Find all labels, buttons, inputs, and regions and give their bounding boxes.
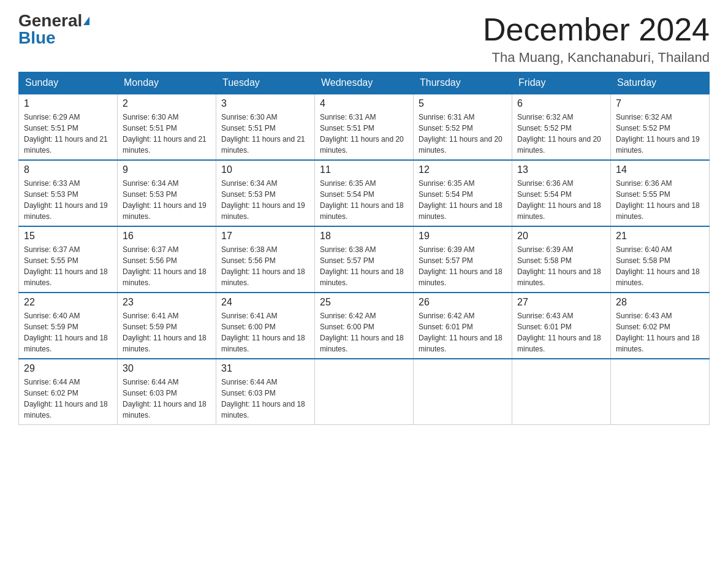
location-subtitle: Tha Muang, Kanchanaburi, Thailand: [483, 50, 710, 66]
day-number: 11: [320, 164, 408, 175]
day-number: 14: [616, 164, 704, 175]
calendar-day-header: Friday: [512, 72, 611, 94]
calendar-day-cell: 26 Sunrise: 6:42 AM Sunset: 6:01 PM Dayl…: [414, 293, 512, 359]
logo: General Blue: [18, 12, 89, 47]
day-number: 16: [123, 231, 211, 242]
calendar-day-cell: 21 Sunrise: 6:40 AM Sunset: 5:58 PM Dayl…: [611, 226, 710, 293]
calendar-day-cell: 23 Sunrise: 6:41 AM Sunset: 5:59 PM Dayl…: [118, 293, 216, 359]
calendar-day-cell: 29 Sunrise: 6:44 AM Sunset: 6:02 PM Dayl…: [19, 359, 118, 425]
calendar-day-cell: 14 Sunrise: 6:36 AM Sunset: 5:55 PM Dayl…: [611, 160, 710, 226]
day-info: Sunrise: 6:30 AM Sunset: 5:51 PM Dayligh…: [221, 112, 309, 156]
calendar-day-cell: 1 Sunrise: 6:29 AM Sunset: 5:51 PM Dayli…: [19, 94, 118, 160]
calendar-day-cell: 30 Sunrise: 6:44 AM Sunset: 6:03 PM Dayl…: [118, 359, 216, 425]
calendar-day-cell: 2 Sunrise: 6:30 AM Sunset: 5:51 PM Dayli…: [118, 94, 216, 160]
calendar-day-cell: 27 Sunrise: 6:43 AM Sunset: 6:01 PM Dayl…: [512, 293, 611, 359]
day-number: 23: [123, 297, 211, 308]
day-number: 19: [419, 231, 507, 242]
day-number: 13: [517, 164, 605, 175]
day-info: Sunrise: 6:32 AM Sunset: 5:52 PM Dayligh…: [616, 112, 704, 156]
day-info: Sunrise: 6:36 AM Sunset: 5:54 PM Dayligh…: [517, 178, 605, 222]
logo-triangle-icon: [83, 17, 89, 25]
calendar-week-row: 1 Sunrise: 6:29 AM Sunset: 5:51 PM Dayli…: [19, 94, 710, 160]
calendar-day-cell: [315, 359, 414, 425]
calendar-day-cell: 10 Sunrise: 6:34 AM Sunset: 5:53 PM Dayl…: [216, 160, 315, 226]
day-number: 31: [221, 363, 309, 374]
calendar-day-cell: 24 Sunrise: 6:41 AM Sunset: 6:00 PM Dayl…: [216, 293, 315, 359]
day-info: Sunrise: 6:37 AM Sunset: 5:56 PM Dayligh…: [123, 244, 211, 288]
day-info: Sunrise: 6:39 AM Sunset: 5:57 PM Dayligh…: [419, 244, 507, 288]
day-info: Sunrise: 6:40 AM Sunset: 5:58 PM Dayligh…: [616, 244, 704, 288]
calendar-day-cell: 7 Sunrise: 6:32 AM Sunset: 5:52 PM Dayli…: [611, 94, 710, 160]
logo-general-text: General: [18, 12, 82, 29]
day-number: 22: [24, 297, 112, 308]
calendar-day-cell: 13 Sunrise: 6:36 AM Sunset: 5:54 PM Dayl…: [512, 160, 611, 226]
day-info: Sunrise: 6:38 AM Sunset: 5:56 PM Dayligh…: [221, 244, 309, 288]
day-info: Sunrise: 6:35 AM Sunset: 5:54 PM Dayligh…: [320, 178, 408, 222]
day-info: Sunrise: 6:30 AM Sunset: 5:51 PM Dayligh…: [123, 112, 211, 156]
calendar-day-cell: 6 Sunrise: 6:32 AM Sunset: 5:52 PM Dayli…: [512, 94, 611, 160]
calendar-day-cell: 31 Sunrise: 6:44 AM Sunset: 6:03 PM Dayl…: [216, 359, 315, 425]
day-number: 24: [221, 297, 309, 308]
calendar-table: SundayMondayTuesdayWednesdayThursdayFrid…: [18, 72, 710, 425]
day-info: Sunrise: 6:31 AM Sunset: 5:52 PM Dayligh…: [419, 112, 507, 156]
day-info: Sunrise: 6:36 AM Sunset: 5:55 PM Dayligh…: [616, 178, 704, 222]
calendar-day-cell: 16 Sunrise: 6:37 AM Sunset: 5:56 PM Dayl…: [118, 226, 216, 293]
calendar-day-cell: 25 Sunrise: 6:42 AM Sunset: 6:00 PM Dayl…: [315, 293, 414, 359]
day-number: 12: [419, 164, 507, 175]
calendar-day-cell: 17 Sunrise: 6:38 AM Sunset: 5:56 PM Dayl…: [216, 226, 315, 293]
calendar-week-row: 8 Sunrise: 6:33 AM Sunset: 5:53 PM Dayli…: [19, 160, 710, 226]
day-info: Sunrise: 6:43 AM Sunset: 6:02 PM Dayligh…: [616, 310, 704, 354]
calendar-day-cell: 5 Sunrise: 6:31 AM Sunset: 5:52 PM Dayli…: [414, 94, 512, 160]
day-info: Sunrise: 6:35 AM Sunset: 5:54 PM Dayligh…: [419, 178, 507, 222]
day-number: 27: [517, 297, 605, 308]
title-section: December 2024 Tha Muang, Kanchanaburi, T…: [483, 12, 710, 66]
calendar-day-cell: 15 Sunrise: 6:37 AM Sunset: 5:55 PM Dayl…: [19, 226, 118, 293]
day-number: 18: [320, 231, 408, 242]
day-number: 6: [517, 98, 605, 109]
calendar-day-cell: 3 Sunrise: 6:30 AM Sunset: 5:51 PM Dayli…: [216, 94, 315, 160]
day-number: 21: [616, 231, 704, 242]
day-number: 1: [24, 98, 112, 109]
day-info: Sunrise: 6:39 AM Sunset: 5:58 PM Dayligh…: [517, 244, 605, 288]
day-number: 2: [123, 98, 211, 109]
day-info: Sunrise: 6:34 AM Sunset: 5:53 PM Dayligh…: [221, 178, 309, 222]
day-info: Sunrise: 6:31 AM Sunset: 5:51 PM Dayligh…: [320, 112, 408, 156]
day-number: 15: [24, 231, 112, 242]
logo-blue-text: Blue: [18, 29, 56, 47]
calendar-day-cell: 4 Sunrise: 6:31 AM Sunset: 5:51 PM Dayli…: [315, 94, 414, 160]
calendar-day-cell: [414, 359, 512, 425]
day-number: 4: [320, 98, 408, 109]
day-number: 17: [221, 231, 309, 242]
day-number: 29: [24, 363, 112, 374]
month-title: December 2024: [483, 12, 710, 47]
day-info: Sunrise: 6:33 AM Sunset: 5:53 PM Dayligh…: [24, 178, 112, 222]
day-number: 26: [419, 297, 507, 308]
calendar-day-cell: [611, 359, 710, 425]
day-info: Sunrise: 6:41 AM Sunset: 5:59 PM Dayligh…: [123, 310, 211, 354]
day-info: Sunrise: 6:29 AM Sunset: 5:51 PM Dayligh…: [24, 112, 112, 156]
calendar-day-cell: 9 Sunrise: 6:34 AM Sunset: 5:53 PM Dayli…: [118, 160, 216, 226]
calendar-day-cell: [512, 359, 611, 425]
calendar-day-cell: 20 Sunrise: 6:39 AM Sunset: 5:58 PM Dayl…: [512, 226, 611, 293]
calendar-day-header: Monday: [118, 72, 216, 94]
day-info: Sunrise: 6:42 AM Sunset: 6:00 PM Dayligh…: [320, 310, 408, 354]
day-info: Sunrise: 6:38 AM Sunset: 5:57 PM Dayligh…: [320, 244, 408, 288]
calendar-day-cell: 11 Sunrise: 6:35 AM Sunset: 5:54 PM Dayl…: [315, 160, 414, 226]
day-number: 7: [616, 98, 704, 109]
day-number: 20: [517, 231, 605, 242]
day-number: 8: [24, 164, 112, 175]
day-info: Sunrise: 6:40 AM Sunset: 5:59 PM Dayligh…: [24, 310, 112, 354]
calendar-day-cell: 8 Sunrise: 6:33 AM Sunset: 5:53 PM Dayli…: [19, 160, 118, 226]
day-number: 5: [419, 98, 507, 109]
calendar-day-cell: 22 Sunrise: 6:40 AM Sunset: 5:59 PM Dayl…: [19, 293, 118, 359]
calendar-day-header: Tuesday: [216, 72, 315, 94]
day-info: Sunrise: 6:42 AM Sunset: 6:01 PM Dayligh…: [419, 310, 507, 354]
page-header: General Blue December 2024 Tha Muang, Ka…: [18, 12, 710, 66]
day-number: 3: [221, 98, 309, 109]
day-number: 10: [221, 164, 309, 175]
day-info: Sunrise: 6:34 AM Sunset: 5:53 PM Dayligh…: [123, 178, 211, 222]
day-number: 30: [123, 363, 211, 374]
day-number: 28: [616, 297, 704, 308]
day-number: 25: [320, 297, 408, 308]
calendar-day-header: Wednesday: [315, 72, 414, 94]
